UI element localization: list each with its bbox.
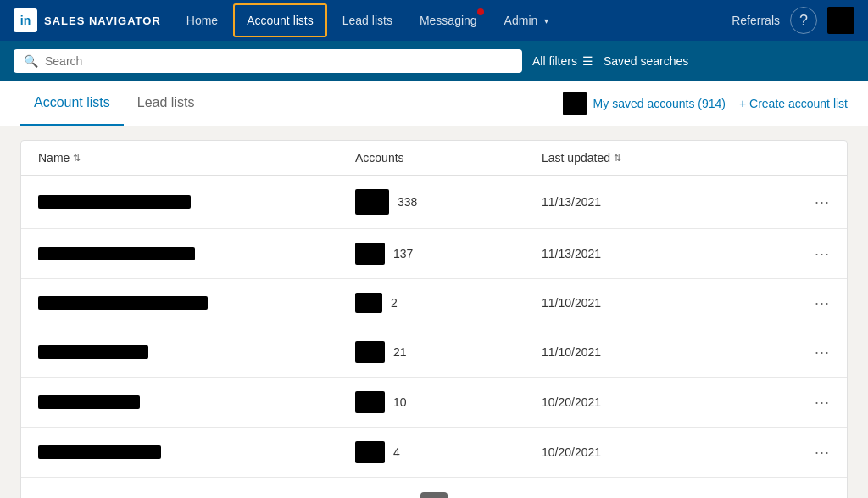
table-row: 21 11/10/2021 ··· [21, 327, 847, 378]
account-thumbnail [355, 243, 385, 265]
table-row: 10 10/20/2021 ··· [21, 378, 847, 428]
row-name-2[interactable] [38, 247, 355, 260]
accounts-count: 10 [393, 395, 407, 409]
account-thumbnail [355, 341, 385, 363]
all-filters-button[interactable]: All filters ☰ [532, 54, 593, 68]
nav-item-home[interactable]: Home [175, 0, 230, 41]
more-options-button-5[interactable]: ··· [779, 394, 830, 411]
row-name-1[interactable] [38, 195, 355, 209]
account-thumbnail [355, 293, 382, 313]
search-input[interactable] [45, 54, 512, 68]
page-button-1[interactable]: 1 [420, 492, 448, 498]
brand-name: SALES NAVIGATOR [44, 14, 161, 27]
top-navigation: in SALES NAVIGATOR Home Account lists Le… [0, 0, 868, 41]
accounts-cell-5[interactable]: 10 [355, 391, 542, 413]
brand-logo[interactable]: in SALES NAVIGATOR [14, 8, 161, 32]
saved-accounts-avatar [563, 92, 587, 115]
date-cell-5: 10/20/2021 [542, 395, 779, 409]
name-redacted [38, 395, 140, 409]
page-tabs: Account lists Lead lists [20, 81, 208, 126]
date-cell-6: 10/20/2021 [542, 445, 779, 459]
table-header: Name ⇅ Accounts Last updated ⇅ [21, 141, 847, 176]
accounts-count: 338 [398, 195, 417, 209]
accounts-cell-4[interactable]: 21 [355, 341, 542, 363]
name-sort-icon[interactable]: ⇅ [73, 153, 81, 164]
col-header-last-updated: Last updated ⇅ [542, 151, 779, 165]
table-row: 4 10/20/2021 ··· [21, 428, 847, 478]
saved-searches-button[interactable]: Saved searches [604, 54, 688, 68]
name-redacted [38, 247, 195, 260]
name-redacted [38, 345, 148, 359]
accounts-cell-3[interactable]: 2 [355, 293, 542, 313]
accounts-cell-2[interactable]: 137 [355, 243, 542, 265]
create-account-list-button[interactable]: + Create account list [739, 97, 848, 110]
nav-item-account-lists[interactable]: Account lists [233, 3, 327, 37]
account-thumbnail [355, 189, 389, 215]
help-button[interactable]: ? [790, 7, 817, 34]
more-options-button-3[interactable]: ··· [779, 294, 830, 312]
row-name-5[interactable] [38, 395, 355, 409]
search-bar: 🔍 All filters ☰ Saved searches [0, 41, 868, 81]
pagination: 1 [21, 478, 847, 498]
col-header-name: Name ⇅ [38, 151, 355, 165]
nav-item-admin[interactable]: Admin ▾ [492, 0, 561, 41]
table-row: 338 11/13/2021 ··· [21, 176, 847, 229]
date-cell-4: 11/10/2021 [542, 345, 779, 359]
tab-account-lists[interactable]: Account lists [20, 81, 124, 126]
row-name-4[interactable] [38, 345, 355, 359]
more-options-button-4[interactable]: ··· [779, 344, 830, 361]
accounts-cell-1[interactable]: 338 [355, 189, 542, 215]
accounts-count: 2 [391, 296, 398, 310]
nav-item-lead-lists[interactable]: Lead lists [331, 0, 404, 41]
name-redacted [38, 195, 191, 209]
row-name-6[interactable] [38, 445, 355, 459]
nav-item-messaging[interactable]: Messaging [408, 0, 489, 41]
referrals-link[interactable]: Referrals [732, 14, 780, 27]
name-redacted [38, 296, 208, 310]
name-redacted [38, 445, 161, 459]
date-cell-1: 11/13/2021 [542, 195, 779, 209]
more-options-button-6[interactable]: ··· [779, 444, 830, 462]
col-header-actions [779, 151, 830, 165]
date-cell-2: 11/13/2021 [542, 247, 779, 260]
linkedin-icon: in [14, 8, 37, 32]
search-icon: 🔍 [24, 54, 38, 68]
filter-icon: ☰ [582, 54, 593, 68]
account-thumbnail [355, 441, 385, 463]
chevron-down-icon: ▾ [544, 16, 548, 25]
col-header-accounts: Accounts [355, 151, 542, 165]
accounts-count: 137 [393, 247, 413, 260]
nav-right-actions: Referrals ? [732, 7, 854, 34]
accounts-count: 4 [393, 445, 400, 459]
account-thumbnail [355, 391, 385, 413]
saved-accounts-button[interactable]: My saved accounts (914) [563, 92, 726, 115]
tab-lead-lists[interactable]: Lead lists [124, 81, 209, 126]
page-header: Account lists Lead lists My saved accoun… [0, 81, 868, 126]
more-options-button-2[interactable]: ··· [779, 245, 830, 263]
user-avatar[interactable] [827, 7, 854, 34]
main-content: Name ⇅ Accounts Last updated ⇅ 338 11/13… [0, 126, 868, 498]
more-options-button-1[interactable]: ··· [779, 193, 830, 211]
table-row: 137 11/13/2021 ··· [21, 229, 847, 279]
row-name-3[interactable] [38, 296, 355, 310]
account-lists-table: Name ⇅ Accounts Last updated ⇅ 338 11/13… [20, 140, 848, 498]
table-row: 2 11/10/2021 ··· [21, 279, 847, 327]
accounts-cell-6[interactable]: 4 [355, 441, 542, 463]
search-input-wrap: 🔍 [14, 49, 522, 73]
header-actions: My saved accounts (914) + Create account… [563, 92, 848, 115]
date-sort-icon[interactable]: ⇅ [614, 153, 621, 164]
accounts-count: 21 [393, 345, 407, 359]
date-cell-3: 11/10/2021 [542, 296, 779, 310]
messaging-badge [477, 8, 484, 15]
